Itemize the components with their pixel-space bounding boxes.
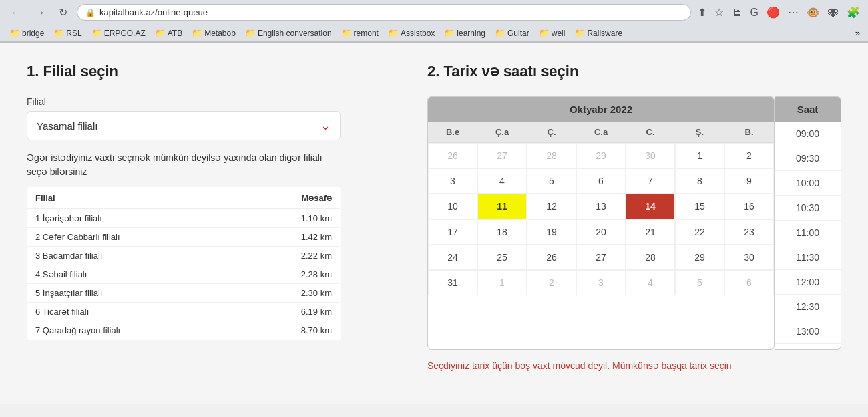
time-item[interactable]: 11:00 bbox=[775, 221, 841, 245]
table-row[interactable]: 3 Badamdar filialı2.22 km bbox=[27, 247, 341, 265]
folder-icon: 📁 bbox=[53, 28, 64, 38]
calendar-cell[interactable]: 14 bbox=[626, 194, 675, 219]
table-row[interactable]: 2 Cəfər Cabbarlı filialı1.42 km bbox=[27, 228, 341, 247]
calendar-cell[interactable]: 27 bbox=[576, 245, 626, 270]
calendar-grid: B.eÇ.aÇ.C.aC.Ş.B.26272829301234567891011… bbox=[428, 122, 774, 295]
bookmark-erpgo[interactable]: 📁 ERPGO.AZ bbox=[87, 27, 150, 39]
bookmark-atb[interactable]: 📁 ATB bbox=[151, 27, 186, 39]
calendar-cell[interactable]: 27 bbox=[477, 143, 527, 168]
calendar-cell[interactable]: 5 bbox=[527, 168, 576, 194]
calendar-cell[interactable]: 19 bbox=[527, 219, 576, 245]
bookmark-remont[interactable]: 📁 remont bbox=[337, 27, 383, 39]
calendar-cell[interactable]: 8 bbox=[675, 168, 724, 194]
back-button[interactable]: ← bbox=[7, 5, 25, 20]
forward-button[interactable]: → bbox=[31, 5, 49, 20]
bookmark-rsl[interactable]: 📁 RSL bbox=[49, 27, 85, 39]
calendar-cell[interactable]: 23 bbox=[724, 219, 774, 245]
calendar-cell[interactable]: 29 bbox=[675, 245, 724, 270]
time-item[interactable]: 13:30 bbox=[775, 344, 841, 349]
lock-icon: 🔒 bbox=[85, 8, 95, 17]
calendar-cell[interactable]: 29 bbox=[576, 143, 626, 168]
table-row[interactable]: 5 İnşaatçılar filialı2.30 km bbox=[27, 284, 341, 303]
extensions-icon[interactable]: 🧩 bbox=[845, 5, 861, 20]
bookmark-metabob[interactable]: 📁 Metabob bbox=[188, 27, 240, 39]
calendar-cell[interactable]: 20 bbox=[576, 219, 626, 245]
calendar-cell[interactable]: 13 bbox=[576, 194, 626, 219]
calendar-cell[interactable]: 3 bbox=[428, 168, 477, 194]
toolbar-icons: ⬆ ☆ 🖥 G 🔴 ⋯ 🐵 🕷 🧩 bbox=[696, 5, 861, 20]
calendar-cell[interactable]: 30 bbox=[626, 143, 675, 168]
calendar-cell[interactable]: 7 bbox=[626, 168, 675, 194]
filial-dropdown[interactable]: Yasamal filialı ⌄ bbox=[27, 111, 341, 140]
calendar-cell[interactable]: 6 bbox=[576, 168, 626, 194]
calendar-cell[interactable]: 24 bbox=[428, 245, 477, 270]
time-list[interactable]: 09:0009:3010:0010:3011:0011:3012:0012:30… bbox=[775, 122, 841, 349]
calendar-cell[interactable]: 18 bbox=[477, 219, 527, 245]
calendar-cell[interactable]: 28 bbox=[527, 143, 576, 168]
calendar-cell[interactable]: 1 bbox=[477, 270, 527, 295]
calendar-cell[interactable]: 10 bbox=[428, 194, 477, 219]
reload-button[interactable]: ↻ bbox=[55, 5, 71, 20]
bookmark-star-icon[interactable]: ☆ bbox=[713, 5, 725, 20]
calendar: Oktyabr 2022 B.eÇ.aÇ.C.aC.Ş.B.2627282930… bbox=[427, 96, 775, 350]
time-item[interactable]: 12:30 bbox=[775, 295, 841, 319]
calendar-cell[interactable]: 28 bbox=[626, 245, 675, 270]
bookmark-english-conversation[interactable]: 📁 English conversation bbox=[241, 27, 336, 39]
calendar-cell[interactable]: 2 bbox=[724, 143, 774, 168]
calendar-cell[interactable]: 16 bbox=[724, 194, 774, 219]
address-bar[interactable]: 🔒 kapitalbank.az/online-queue bbox=[77, 4, 691, 21]
bookmarks-more-button[interactable]: » bbox=[853, 27, 863, 39]
folder-icon: 📁 bbox=[539, 28, 550, 38]
share-icon[interactable]: ⬆ bbox=[696, 5, 708, 20]
calendar-cell[interactable]: 3 bbox=[576, 270, 626, 295]
calendar-cell[interactable]: 1 bbox=[675, 143, 724, 168]
ext4-icon[interactable]: 🕷 bbox=[827, 5, 840, 20]
calendar-cell[interactable]: 21 bbox=[626, 219, 675, 245]
step1-section: 1. Filial seçin Filial Yasamal filialı ⌄… bbox=[27, 63, 401, 373]
window-icon[interactable]: 🖥 bbox=[730, 5, 744, 20]
folder-icon: 📁 bbox=[91, 28, 102, 38]
time-item[interactable]: 10:00 bbox=[775, 171, 841, 196]
calendar-cell[interactable]: 12 bbox=[527, 194, 576, 219]
calendar-cell[interactable]: 2 bbox=[527, 270, 576, 295]
calendar-cell[interactable]: 26 bbox=[428, 143, 477, 168]
calendar-cell[interactable]: 5 bbox=[675, 270, 724, 295]
table-row[interactable]: 1 İçərişəhər filialı1.10 km bbox=[27, 209, 341, 228]
calendar-cell[interactable]: 26 bbox=[527, 245, 576, 270]
calendar-cell[interactable]: 15 bbox=[675, 194, 724, 219]
bookmark-learning[interactable]: 📁 learning bbox=[440, 27, 489, 39]
table-row[interactable]: 4 Səbail filialı2.28 km bbox=[27, 265, 341, 284]
time-item[interactable]: 13:00 bbox=[775, 319, 841, 344]
calendar-cell[interactable]: 22 bbox=[675, 219, 724, 245]
branch-name: 5 İnşaatçılar filialı bbox=[27, 284, 241, 303]
calendar-cell[interactable]: 30 bbox=[724, 245, 774, 270]
calendar-cell[interactable]: 11 bbox=[477, 194, 527, 219]
calendar-cell[interactable]: 9 bbox=[724, 168, 774, 194]
table-row[interactable]: 7 Qaradağ rayon filialı8.70 km bbox=[27, 321, 341, 340]
bookmark-assistbox[interactable]: 📁 Assistbox bbox=[384, 27, 439, 39]
time-column: Saat 09:0009:3010:0010:3011:0011:3012:00… bbox=[775, 96, 841, 350]
time-item[interactable]: 10:30 bbox=[775, 196, 841, 221]
calendar-cell[interactable]: 17 bbox=[428, 219, 477, 245]
calendar-cell[interactable]: 6 bbox=[724, 270, 774, 295]
bookmark-guitar[interactable]: 📁 Guitar bbox=[491, 27, 533, 39]
bookmark-well[interactable]: 📁 well bbox=[535, 27, 570, 39]
bookmark-railsware[interactable]: 📁 Railsware bbox=[570, 27, 626, 39]
ext2-icon[interactable]: ⋯ bbox=[787, 5, 800, 20]
time-item[interactable]: 09:30 bbox=[775, 146, 841, 171]
calendar-cell[interactable]: 4 bbox=[477, 168, 527, 194]
branch-distance: 2.22 km bbox=[240, 247, 340, 265]
translate-icon[interactable]: G bbox=[749, 5, 760, 20]
calendar-day-header: C.a bbox=[576, 122, 626, 143]
ext1-icon[interactable]: 🔴 bbox=[765, 5, 781, 20]
time-item[interactable]: 12:00 bbox=[775, 270, 841, 295]
table-row[interactable]: 6 Ticarət filialı6.19 km bbox=[27, 303, 341, 321]
time-item[interactable]: 09:00 bbox=[775, 122, 841, 146]
calendar-cell[interactable]: 4 bbox=[626, 270, 675, 295]
calendar-cell[interactable]: 25 bbox=[477, 245, 527, 270]
calendar-cell[interactable]: 31 bbox=[428, 270, 477, 295]
ext3-icon[interactable]: 🐵 bbox=[805, 5, 821, 20]
bookmark-bridge[interactable]: 📁 bridge bbox=[5, 27, 48, 39]
time-header: Saat bbox=[775, 97, 841, 122]
time-item[interactable]: 11:30 bbox=[775, 245, 841, 270]
